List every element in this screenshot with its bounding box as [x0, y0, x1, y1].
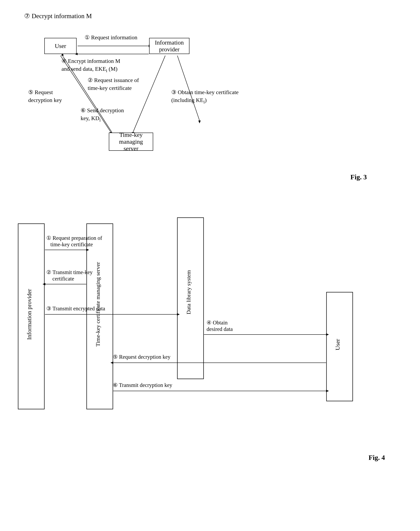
svg-text:Data library system: Data library system — [185, 270, 192, 314]
svg-text:Time-key certificate managing : Time-key certificate managing server — [95, 262, 101, 347]
fig4-label: Fig. 4 — [369, 454, 385, 461]
svg-marker-34 — [326, 333, 329, 336]
svg-text:① Request preparation of: ① Request preparation of — [46, 235, 102, 241]
fig4-diagram: Information provider Time-key certificat… — [12, 212, 405, 473]
step6-label: ⑥ Send decryptionkey, KDi — [81, 106, 124, 123]
svg-text:Information provider: Information provider — [26, 289, 32, 340]
svg-marker-23 — [86, 249, 89, 251]
svg-line-4 — [133, 56, 165, 132]
step4-label: ④ Encrypt information Mand send data, EK… — [61, 57, 120, 74]
svg-text:⑤ Request decryption key: ⑤ Request decryption key — [113, 354, 170, 360]
svg-marker-37 — [110, 362, 113, 364]
svg-text:④ Obtain: ④ Obtain — [207, 320, 228, 326]
svg-marker-30 — [177, 313, 180, 316]
svg-text:desired data: desired data — [207, 326, 233, 332]
step2-label: ② Request issuance oftime-key certificat… — [88, 76, 139, 92]
timekey-box: Time-keymanagingserver — [109, 133, 153, 151]
svg-text:time-key certificate: time-key certificate — [50, 241, 93, 248]
step5-label: ⑤ Requestdecryption key — [28, 88, 62, 104]
svg-marker-7 — [198, 120, 201, 123]
fig4-container: Information provider Time-key certificat… — [12, 212, 405, 473]
svg-text:User: User — [334, 339, 341, 351]
fig3-container: ⑦ Decrypt information M — [24, 12, 387, 171]
svg-text:certificate: certificate — [52, 276, 74, 282]
info-provider-box: Informationprovider — [149, 38, 189, 54]
svg-line-6 — [177, 56, 199, 120]
svg-text:② Transmit time-key: ② Transmit time-key — [46, 269, 93, 275]
fig3-label: Fig. 3 — [350, 173, 367, 181]
step3-label: ③ Obtain time-key certificate(including … — [171, 88, 239, 105]
svg-marker-27 — [43, 283, 45, 285]
svg-text:⑥ Transmit decryption key: ⑥ Transmit decryption key — [113, 382, 172, 388]
timekey-label: Time-keymanagingserver — [119, 131, 143, 152]
fig3-title: ⑦ Decrypt information M — [24, 12, 387, 20]
step1-label: ① Request information — [85, 33, 137, 41]
page: ⑦ Decrypt information M — [0, 0, 420, 531]
svg-text:③ Transmit encrypted data: ③ Transmit encrypted data — [46, 306, 105, 311]
svg-marker-40 — [326, 390, 329, 392]
user-label: User — [55, 43, 66, 49]
user-box: User — [44, 38, 76, 54]
info-provider-label: Informationprovider — [155, 39, 184, 53]
fig3-diagram: User Informationprovider Time-keymanagin… — [24, 26, 306, 171]
